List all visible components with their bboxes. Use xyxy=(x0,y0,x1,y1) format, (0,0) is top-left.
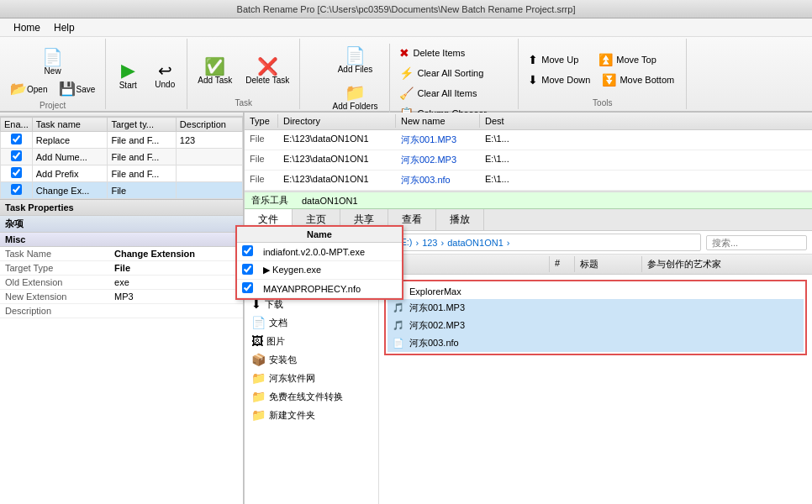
task-group-label: Task xyxy=(235,98,253,108)
open-label: Open xyxy=(27,85,47,94)
tree-item[interactable]: 📦 安装包 xyxy=(245,350,378,369)
music-tools-title: 音乐工具 xyxy=(251,194,288,207)
file-icon: 📄 xyxy=(393,338,404,349)
dropdown-item[interactable]: ▶ Keygen.exe xyxy=(237,261,402,280)
tree-icon: 📁 xyxy=(251,390,266,403)
menu-help[interactable]: Help xyxy=(47,20,82,35)
dropdown-checkbox[interactable] xyxy=(242,282,253,293)
dropdown-item-label: indiafont.v2.0.0-MPT.exe xyxy=(258,243,402,261)
file-main-row[interactable]: File E:\123\dataON1ON1 河东001.MP3 E:\1... xyxy=(245,130,812,150)
file-icon: 🎵 xyxy=(393,302,404,313)
explorer-search-input[interactable] xyxy=(706,235,807,250)
prop-value: MP3 xyxy=(109,290,243,304)
menu-home[interactable]: Home xyxy=(7,20,47,35)
delete-items-button[interactable]: ✖ Delete Items xyxy=(395,44,491,62)
explorer-tab-4[interactable]: 播放 xyxy=(436,209,484,230)
dropdown-item-label: MAYANPROPHECY.nfo xyxy=(258,280,402,298)
file-item[interactable]: 📄 河东003.nfo xyxy=(388,334,804,352)
task-desc-cell xyxy=(176,165,242,182)
open-button[interactable]: 📂 Open xyxy=(5,79,52,99)
task-properties-panel: Task Properties 杂项 Misc Task Name Change… xyxy=(0,199,243,504)
file-type: File xyxy=(245,132,278,148)
task-row[interactable]: Add Nume... File and F... xyxy=(1,149,243,165)
music-tools-bar: 音乐工具 dataON1ON1 xyxy=(245,192,812,209)
tree-item[interactable]: 🖼 图片 xyxy=(245,332,378,350)
move-down-button[interactable]: ⬇ Move Down xyxy=(524,71,594,89)
tree-item[interactable]: 📁 免费在线文件转换 xyxy=(245,387,378,406)
task-targettype-cell: File xyxy=(108,182,176,199)
props-row: New Extension MP3 xyxy=(0,290,243,304)
dropdown-checkbox[interactable] xyxy=(242,245,253,256)
tree-label: 安装包 xyxy=(269,354,297,366)
dropdown-item[interactable]: indiafont.v2.0.0-MPT.exe xyxy=(237,243,402,261)
save-label: Save xyxy=(76,85,95,94)
music-tools-name: dataON1ON1 xyxy=(302,196,358,206)
task-table-container: Ena... Task name Target ty... Descriptio… xyxy=(0,117,243,199)
undo-icon: ↩ xyxy=(158,62,172,79)
task-checkbox[interactable] xyxy=(11,150,22,161)
file-main-area: 名称 # 标题 参与创作的艺术家 📁 ExplorerMax 🎵 河东001.M… xyxy=(379,255,812,504)
clear-all-sorting-button[interactable]: ⚡ Clear All Sorting xyxy=(395,64,491,82)
tree-label: 文档 xyxy=(269,317,287,329)
clear-items-icon: 🧹 xyxy=(399,87,414,100)
prop-label: Description xyxy=(0,304,109,318)
col-taskname: Task name xyxy=(32,118,108,132)
addr-123[interactable]: 123 xyxy=(422,238,437,248)
task-row[interactable]: Add Prefix File and F... xyxy=(1,165,243,182)
move-down-label: Move Down xyxy=(541,75,590,85)
tree-item[interactable]: 📁 河东软件网 xyxy=(245,369,378,387)
dropdown-header: Name xyxy=(237,227,402,243)
file-item[interactable]: 📁 ExplorerMax xyxy=(388,283,804,299)
props-row: Target Type File xyxy=(0,261,243,276)
start-button[interactable]: ▶ Start xyxy=(111,58,145,93)
col-name-header: 名称 xyxy=(379,256,550,272)
tree-icon: 📁 xyxy=(251,408,266,422)
task-name-cell: Add Nume... xyxy=(32,149,108,165)
new-button[interactable]: 📄 New xyxy=(36,45,70,79)
task-checkbox[interactable] xyxy=(11,184,22,195)
move-up-button[interactable]: ⬆ Move Up xyxy=(524,50,591,69)
delete-task-button[interactable]: ❌ Delete Task xyxy=(240,55,294,88)
move-up-label: Move Up xyxy=(541,55,578,65)
ribbon-group-tools: ⬆ Move Up ⏫ Move Top ⬇ Move Down ⏬ Move … xyxy=(519,39,687,109)
dropdown-item[interactable]: MAYANPROPHECY.nfo xyxy=(237,280,402,298)
file-item[interactable]: 🎵 河东001.MP3 xyxy=(388,299,804,317)
clear-all-items-button[interactable]: 🧹 Clear All Items xyxy=(395,84,491,102)
file-directory: E:\123\dataON1ON1 xyxy=(278,132,396,148)
title-bar: Batch Rename Pro [C:\Users\pc0359\Docume… xyxy=(0,0,812,18)
move-bottom-label: Move Bottom xyxy=(620,75,674,85)
file-main-row[interactable]: File E:\123\dataON1ON1 河东002.MP3 E:\1... xyxy=(245,150,812,171)
add-files-button[interactable]: 📄 Add Files xyxy=(328,44,383,77)
start-label: Start xyxy=(119,81,137,90)
delete-items-label: Delete Items xyxy=(413,48,465,58)
add-folders-button[interactable]: 📁 Add Folders xyxy=(328,81,383,114)
ribbon-group-actions: ▶ Start ↩ Undo xyxy=(106,39,187,109)
dropdown-item-label: ▶ Keygen.exe xyxy=(258,261,402,280)
task-name-cell: Replace xyxy=(32,132,108,149)
move-bottom-button[interactable]: ⏬ Move Bottom xyxy=(598,71,678,89)
tree-item[interactable]: 📄 文档 xyxy=(245,313,378,332)
task-checkbox[interactable] xyxy=(11,134,22,144)
props-table: Task Name Change Extension Target Type F… xyxy=(0,247,243,318)
prop-value: File xyxy=(109,261,243,276)
add-task-button[interactable]: ✅ Add Task xyxy=(192,55,237,88)
file-type: File xyxy=(245,152,278,168)
task-targettype-cell: File and F... xyxy=(108,165,176,182)
addr-folder[interactable]: dataON1ON1 xyxy=(447,238,504,248)
task-name-cell: Add Prefix xyxy=(32,165,108,182)
file-main-row[interactable]: File E:\123\dataON1ON1 河东003.nfo E:\1... xyxy=(245,171,812,191)
undo-button[interactable]: ↩ Undo xyxy=(148,59,182,92)
file-newname: 河东001.MP3 xyxy=(396,132,480,148)
task-checkbox[interactable] xyxy=(11,167,22,178)
task-row[interactable]: Change Ex... File xyxy=(1,182,243,199)
file-icon: 🎵 xyxy=(393,320,404,331)
task-row[interactable]: Replace File and F... 123 xyxy=(1,132,243,149)
save-button[interactable]: 💾 Save xyxy=(54,79,100,99)
move-top-icon: ⏫ xyxy=(598,53,613,66)
file-item[interactable]: 🎵 河东002.MP3 xyxy=(388,317,804,334)
move-top-button[interactable]: ⏫ Move Top xyxy=(594,50,662,69)
file-list-main-header: Type Directory New name Dest xyxy=(245,113,812,130)
tree-label: 河东软件网 xyxy=(269,372,315,385)
tree-item[interactable]: 📁 新建文件夹 xyxy=(245,406,378,424)
dropdown-checkbox[interactable] xyxy=(242,264,253,275)
